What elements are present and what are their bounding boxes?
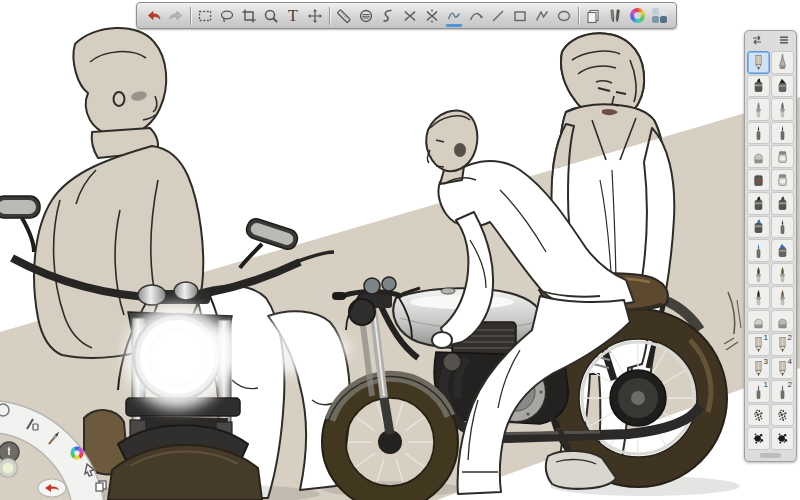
swap-arrows-icon bbox=[751, 34, 763, 46]
palette-resize-grip[interactable] bbox=[760, 453, 781, 458]
current-color-swatch bbox=[3, 463, 14, 474]
brush-soft-eraser[interactable] bbox=[747, 145, 770, 168]
brush-fine-pen[interactable] bbox=[747, 122, 770, 145]
brush-dark-pen[interactable] bbox=[771, 216, 794, 239]
brush-technical-pen[interactable] bbox=[771, 122, 794, 145]
lasso-select-button[interactable] bbox=[216, 4, 238, 27]
brush-panel-menu-button[interactable] bbox=[778, 34, 790, 49]
splatter-icon bbox=[751, 429, 766, 448]
brush-felt-marker[interactable] bbox=[747, 192, 770, 215]
brush-number-label: 3 bbox=[764, 357, 768, 367]
brushes-icon bbox=[607, 8, 623, 24]
eraser-icon bbox=[775, 312, 790, 331]
crop-button[interactable] bbox=[238, 4, 260, 27]
french-curve-button[interactable] bbox=[377, 4, 399, 27]
copic-swatches-icon bbox=[652, 8, 667, 23]
draw-line-icon bbox=[490, 8, 506, 24]
steady-stroke-button[interactable] bbox=[443, 4, 465, 27]
eraser-icon bbox=[751, 147, 766, 166]
symmetry-y-icon bbox=[424, 8, 440, 24]
brush-noise-spray[interactable] bbox=[771, 404, 794, 427]
marker-icon bbox=[751, 76, 766, 95]
ellipse-guide-button[interactable] bbox=[355, 4, 377, 27]
brush-ink-brush[interactable] bbox=[747, 98, 770, 121]
draw-polyline-icon bbox=[534, 8, 550, 24]
brush-palette-button[interactable] bbox=[604, 4, 626, 27]
color-wheel-icon bbox=[630, 8, 645, 23]
text-tool-button[interactable]: T bbox=[282, 4, 304, 27]
brush-chisel-marker[interactable] bbox=[771, 75, 794, 98]
splatter-icon bbox=[775, 429, 790, 448]
draw-rectangle-button[interactable] bbox=[509, 4, 531, 27]
brush-paint-can[interactable] bbox=[747, 169, 770, 192]
transform-icon bbox=[307, 8, 323, 24]
pen-icon bbox=[751, 123, 766, 142]
brush-mop-brush[interactable] bbox=[747, 286, 770, 309]
brush-icon bbox=[751, 100, 766, 119]
brush-wide-chisel[interactable] bbox=[771, 239, 794, 262]
redo-button[interactable] bbox=[165, 4, 187, 27]
ruler-button[interactable] bbox=[333, 4, 355, 27]
lagoon-undo-button[interactable] bbox=[38, 479, 66, 497]
pen-icon bbox=[775, 123, 790, 142]
brush-airbrush[interactable] bbox=[771, 51, 794, 74]
draw-line-button[interactable] bbox=[487, 4, 509, 27]
brush-splatter[interactable] bbox=[747, 427, 770, 450]
marker-icon bbox=[751, 217, 766, 236]
draw-ellipse-button[interactable] bbox=[553, 4, 575, 27]
brush-blue-marker[interactable] bbox=[747, 216, 770, 239]
brush-water-jar[interactable] bbox=[771, 145, 794, 168]
symmetry-y-button[interactable] bbox=[421, 4, 443, 27]
brush-liner-1[interactable]: 1 bbox=[747, 380, 770, 403]
zoom-button[interactable] bbox=[260, 4, 282, 27]
eraser-icon bbox=[751, 312, 766, 331]
brush-icon bbox=[751, 288, 766, 307]
toolbar-separator bbox=[578, 7, 579, 25]
brush-pencil-3[interactable]: 3 bbox=[747, 357, 770, 380]
swap-brush-sets-button[interactable] bbox=[751, 34, 763, 49]
brush-number-label: 1 bbox=[764, 380, 768, 390]
draw-rectangle-icon bbox=[512, 8, 528, 24]
brush-dome-eraser[interactable] bbox=[747, 310, 770, 333]
transform-button[interactable] bbox=[304, 4, 326, 27]
draw-curve-button[interactable] bbox=[465, 4, 487, 27]
brush-pencil-2[interactable]: 2 bbox=[771, 333, 794, 356]
airbrush-icon bbox=[775, 53, 790, 72]
brush-angled-brush[interactable] bbox=[771, 286, 794, 309]
undo-button[interactable] bbox=[143, 4, 165, 27]
brush-library-panel: 1 2 3 4 1 2 bbox=[744, 30, 797, 462]
brush-soft-marker[interactable] bbox=[771, 192, 794, 215]
symmetry-x-button[interactable] bbox=[399, 4, 421, 27]
color-puck[interactable] bbox=[0, 459, 18, 478]
draw-curve-icon bbox=[468, 8, 484, 24]
brush-pencil[interactable] bbox=[747, 51, 770, 74]
brush-icon bbox=[775, 288, 790, 307]
marquee-select-button[interactable] bbox=[194, 4, 216, 27]
brush-pencil-4[interactable]: 4 bbox=[771, 357, 794, 380]
lagoon-layers-button[interactable] bbox=[96, 481, 106, 491]
brush-number-label: 2 bbox=[788, 333, 792, 343]
toolbar-separator bbox=[190, 7, 191, 25]
draw-polyline-button[interactable] bbox=[531, 4, 553, 27]
brush-glaze-jar[interactable] bbox=[771, 169, 794, 192]
layer-editor-button[interactable] bbox=[582, 4, 604, 27]
brush-blue-pen[interactable] bbox=[747, 239, 770, 262]
brush-round-brush[interactable] bbox=[771, 263, 794, 286]
brush-marker[interactable] bbox=[747, 75, 770, 98]
brush-pencil-1[interactable]: 1 bbox=[747, 333, 770, 356]
brush-icon bbox=[751, 265, 766, 284]
paint-can-icon bbox=[751, 170, 766, 189]
color-editor-button[interactable] bbox=[626, 4, 648, 27]
brush-spatter-drops[interactable] bbox=[771, 427, 794, 450]
brush-number-label: 2 bbox=[788, 380, 792, 390]
brush-flat-eraser[interactable] bbox=[771, 310, 794, 333]
brush-taper-brush[interactable] bbox=[771, 98, 794, 121]
text-tool-icon: T bbox=[288, 8, 298, 24]
brush-stipple-spray[interactable] bbox=[747, 404, 770, 427]
draw-ellipse-icon bbox=[556, 8, 572, 24]
brush-detail-brush[interactable] bbox=[747, 263, 770, 286]
layers-icon bbox=[96, 481, 106, 491]
brush-liner-2[interactable]: 2 bbox=[771, 380, 794, 403]
copic-library-button[interactable] bbox=[648, 4, 670, 27]
lagoon-color-button[interactable] bbox=[71, 446, 84, 459]
